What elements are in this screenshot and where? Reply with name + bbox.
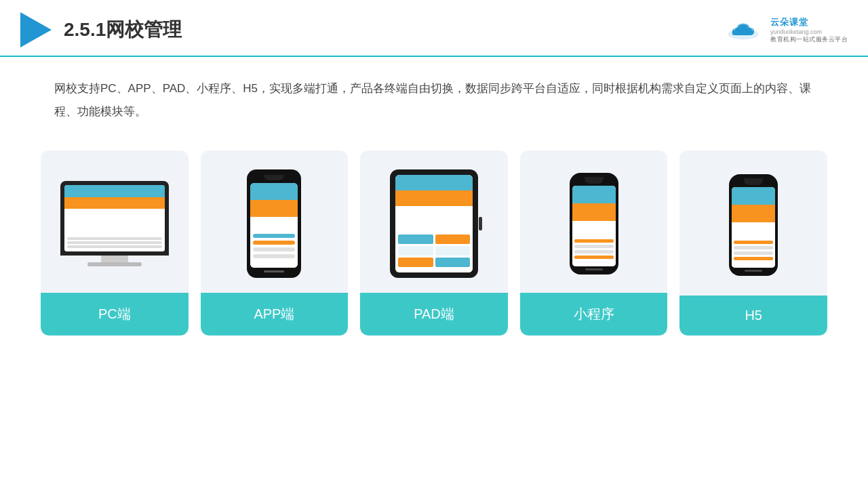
page-title: 2.5.1网校管理 <box>64 17 182 43</box>
card-h5: H5 <box>679 150 827 336</box>
card-pc: PC端 <box>41 150 189 336</box>
card-pad-label: PAD端 <box>360 293 508 336</box>
card-pad: PAD端 <box>360 150 508 336</box>
tablet-mockup <box>390 169 478 278</box>
tablet-home-button <box>479 217 482 230</box>
phone-bottom-bar <box>264 270 284 272</box>
header: 2.5.1网校管理 云朵课堂 yunduoketang.com 教育机构一站式服… <box>0 0 868 57</box>
phone-small-notch <box>585 177 604 184</box>
pc-screen <box>64 185 165 251</box>
card-h5-label: H5 <box>679 296 827 336</box>
card-miniprogram-image <box>520 150 668 293</box>
card-miniprogram-label: 小程序 <box>520 293 668 336</box>
cards-container: PC端 APP端 <box>0 130 868 356</box>
brand-url: yunduoketang.com <box>770 28 822 35</box>
brand-name: 云朵课堂 <box>770 16 808 28</box>
header-left: 2.5.1网校管理 <box>20 12 182 47</box>
card-pc-label: PC端 <box>41 293 189 336</box>
card-app: APP端 <box>201 150 349 336</box>
phone-small-screen <box>572 186 616 266</box>
pc-monitor <box>60 181 169 256</box>
brand-sub: 教育机构一站式服务云平台 <box>770 35 848 44</box>
card-app-label: APP端 <box>201 293 349 336</box>
card-h5-image <box>679 150 827 296</box>
phone-small-home-bar-h5 <box>745 270 762 272</box>
card-app-image <box>201 150 349 293</box>
card-pc-image <box>41 150 189 293</box>
phone-notch <box>264 175 284 180</box>
h5-phone-mockup <box>729 174 778 276</box>
description-text: 网校支持PC、APP、PAD、小程序、H5，实现多端打通，产品各终端自由切换，数… <box>0 57 868 130</box>
cloud-icon <box>726 19 761 41</box>
brand-text-group: 云朵课堂 yunduoketang.com 教育机构一站式服务云平台 <box>770 16 848 44</box>
logo-triangle-icon <box>20 12 52 47</box>
header-right: 云朵课堂 yunduoketang.com 教育机构一站式服务云平台 <box>726 16 848 44</box>
phone-small-home-bar <box>585 268 603 270</box>
phone-small-notch-h5 <box>744 178 763 185</box>
card-pad-image <box>360 150 508 293</box>
phone-small-screen-h5 <box>732 187 775 268</box>
miniprogram-phone-mockup <box>570 173 618 274</box>
tablet-screen <box>395 175 473 272</box>
phone-screen <box>250 183 298 268</box>
pc-mockup <box>60 181 169 266</box>
card-miniprogram: 小程序 <box>520 150 668 336</box>
app-phone-mockup <box>247 169 301 278</box>
